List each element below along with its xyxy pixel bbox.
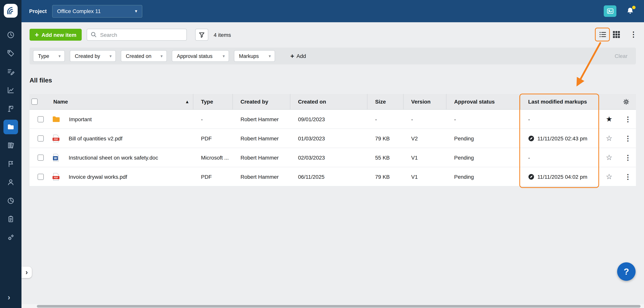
search-icon — [90, 32, 97, 38]
cell-last-modified-markups: 11/11/2025 04:02 pm — [537, 174, 588, 180]
row-kebab-menu[interactable]: ⋮ — [624, 134, 631, 142]
cell-approval-status: Pending — [446, 167, 520, 186]
add-filter-button[interactable]: + Add — [290, 53, 306, 59]
sidebar-item-history[interactable] — [4, 28, 18, 42]
sidebar-item-tags[interactable] — [4, 46, 18, 60]
sidebar-item-tasks[interactable] — [4, 64, 18, 79]
folder-icon — [52, 116, 60, 122]
add-new-item-button[interactable]: + Add new item — [30, 29, 82, 41]
file-name[interactable]: Invoice drywal works.pdf — [69, 174, 127, 180]
row-checkbox[interactable] — [38, 154, 44, 160]
notification-badge — [632, 6, 636, 9]
cell-size: 79 KB — [367, 167, 403, 186]
column-label: Type — [201, 98, 213, 105]
funnel-icon — [198, 31, 205, 38]
filter-pill-type[interactable]: Type ▾ — [33, 50, 65, 62]
svg-text:W: W — [54, 156, 57, 160]
notifications-button[interactable] — [626, 6, 635, 16]
topbar: Project Office Complex 11 ▾ — [22, 0, 644, 22]
sidebar-item-analytics[interactable] — [4, 193, 18, 208]
column-header-name[interactable]: Name ▴ — [45, 94, 193, 109]
chart-icon — [6, 86, 15, 94]
column-header-created-on[interactable]: Created on — [290, 94, 367, 109]
table-row[interactable]: W Instructional sheet on work safety.doc… — [30, 148, 636, 167]
row-kebab-menu[interactable]: ⋮ — [624, 172, 631, 181]
sidebar-item-equipment[interactable] — [4, 101, 18, 116]
sidebar-item-flags[interactable] — [4, 156, 18, 171]
filter-pill-label: Approval status — [177, 53, 212, 59]
page-title: All files — [30, 77, 52, 84]
clear-filters-button[interactable]: Clear — [615, 53, 628, 59]
collapse-sidebar-chevron[interactable]: › — [8, 293, 10, 302]
viewer-button[interactable] — [604, 5, 616, 17]
app-logo[interactable] — [4, 4, 18, 18]
row-kebab-menu[interactable]: ⋮ — [624, 153, 631, 162]
row-checkbox[interactable] — [38, 135, 44, 141]
column-header-last-modified-markups[interactable]: Last modified markups — [520, 94, 599, 109]
sort-asc-icon: ▴ — [186, 99, 188, 104]
books-icon — [6, 141, 15, 150]
cell-version: V2 — [403, 129, 446, 148]
cell-created-by: Robert Hammer — [232, 148, 290, 167]
column-header-approval-status[interactable]: Approval status — [446, 94, 520, 109]
cell-version: V1 — [403, 148, 446, 167]
sidebar-item-reports[interactable] — [4, 83, 18, 98]
filter-pill-created-on[interactable]: Created on ▾ — [121, 50, 167, 62]
cell-size: 79 KB — [367, 129, 403, 148]
column-header-type[interactable]: Type — [193, 94, 232, 109]
column-label: Size — [375, 98, 386, 105]
scrollbar-thumb[interactable] — [37, 305, 640, 308]
word-file-icon: W — [52, 154, 60, 161]
project-selector[interactable]: Office Complex 11 ▾ — [52, 5, 142, 18]
filter-pill-approval-status[interactable]: Approval status ▾ — [172, 50, 229, 62]
star-outline-icon[interactable]: ☆ — [604, 154, 614, 161]
sidebar-item-files[interactable] — [4, 120, 18, 134]
list-view-icon — [598, 30, 606, 39]
star-outline-icon[interactable]: ☆ — [604, 173, 614, 180]
list-view-button[interactable] — [595, 28, 610, 42]
items-count: 4 items — [214, 32, 231, 38]
expand-panel-handle[interactable]: › — [22, 266, 32, 278]
gears-icon — [6, 233, 15, 242]
column-header-size[interactable]: Size — [367, 94, 403, 109]
search-input[interactable] — [87, 29, 187, 41]
cell-created-by: Robert Hammer — [232, 129, 290, 148]
row-kebab-menu[interactable]: ⋮ — [624, 115, 631, 123]
tag-icon — [6, 49, 15, 58]
column-header-settings — [599, 94, 636, 109]
sidebar-item-people[interactable] — [4, 175, 18, 190]
history-icon — [6, 31, 15, 39]
star-outline-icon[interactable]: ☆ — [604, 135, 614, 142]
filter-button[interactable] — [195, 29, 208, 41]
add-filter-label: Add — [296, 53, 306, 59]
row-checkbox[interactable] — [38, 174, 44, 180]
toolbar-kebab-menu[interactable]: ⋮ — [630, 30, 637, 39]
grid-view-button[interactable] — [612, 30, 620, 39]
sidebar-item-specifications[interactable] — [4, 138, 18, 153]
pdf-file-icon: PDF — [52, 173, 60, 180]
sidebar-item-forms[interactable] — [4, 212, 18, 226]
filter-pill-markups[interactable]: Markups ▾ — [234, 50, 275, 62]
sidebar-item-settings[interactable] — [4, 230, 18, 245]
svg-text:PDF: PDF — [54, 138, 58, 140]
svg-text:PDF: PDF — [54, 176, 58, 178]
gear-icon[interactable] — [622, 98, 630, 105]
star-filled-icon[interactable]: ★ — [604, 116, 614, 123]
help-button[interactable]: ? — [617, 262, 636, 281]
cell-approval-status: Pending — [446, 148, 520, 167]
tasks-icon — [6, 68, 15, 76]
cell-created-on: 09/01/2023 — [290, 110, 367, 128]
table-row[interactable]: PDF Invoice drywal works.pdf PDF Robert … — [30, 167, 636, 186]
column-header-created-by[interactable]: Created by — [232, 94, 290, 109]
file-name[interactable]: Important — [69, 116, 92, 122]
filter-pill-created-by[interactable]: Created by ▾ — [70, 50, 116, 62]
table-row[interactable]: Important - Robert Hammer 09/01/2023 - -… — [30, 110, 636, 129]
cell-created-on: 06/11/2025 — [290, 167, 367, 186]
cell-type: Microsoft ... — [193, 148, 232, 167]
column-header-version[interactable]: Version — [403, 94, 446, 109]
select-all-checkbox[interactable] — [32, 98, 38, 105]
row-checkbox[interactable] — [38, 116, 44, 122]
file-name[interactable]: Instructional sheet on work safety.doc — [69, 154, 158, 160]
table-row[interactable]: PDF Bill of quantities v2.pdf PDF Robert… — [30, 129, 636, 148]
file-name[interactable]: Bill of quantities v2.pdf — [69, 135, 122, 141]
